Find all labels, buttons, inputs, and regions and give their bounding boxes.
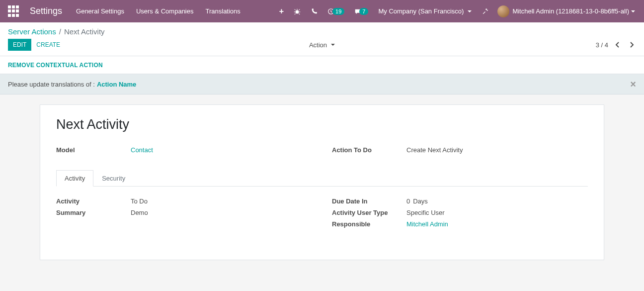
field-value-activity: To Do: [131, 197, 312, 205]
nav-link-general-settings[interactable]: General Settings: [72, 4, 128, 18]
due-date-number: 0: [406, 197, 410, 205]
remove-row: REMOVE CONTEXTUAL ACTION: [0, 56, 644, 74]
clock-badge: 19: [332, 8, 344, 15]
apps-icon[interactable]: [8, 5, 20, 17]
field-label-responsible: Responsible: [332, 220, 406, 228]
company-switcher[interactable]: My Company (San Francisco): [373, 7, 477, 15]
plus-icon[interactable]: +: [274, 7, 289, 15]
avatar: [497, 5, 509, 17]
field-value-summary: Demo: [131, 209, 312, 216]
field-row-model: Model Contact: [56, 144, 312, 156]
user-name: Mitchell Admin (1218681-13-0-8b6ff5-all): [512, 7, 629, 15]
field-label-user-type: Activity User Type: [332, 209, 406, 216]
nav-icons: + 19 7 My Company (San Francisco) Mitche…: [274, 5, 639, 17]
edit-button[interactable]: EDIT: [8, 39, 31, 51]
breadcrumb-separator: /: [59, 27, 61, 36]
field-label-action-to-do: Action To Do: [332, 146, 406, 154]
control-bar: Server Actions / Next Activity EDIT CREA…: [0, 22, 644, 56]
field-row-summary: Summary Demo: [56, 207, 312, 218]
app-brand: Settings: [30, 6, 62, 16]
tab-activity[interactable]: Activity: [56, 170, 93, 187]
record-title: Next Activity: [56, 117, 588, 132]
nav-link-translations[interactable]: Translations: [202, 4, 244, 18]
nav-links: General Settings Users & Companies Trans…: [72, 4, 244, 18]
chevron-down-icon: [631, 10, 635, 12]
pager-prev-button[interactable]: [613, 39, 622, 50]
top-nav: Settings General Settings Users & Compan…: [0, 0, 644, 22]
alert-link[interactable]: Action Name: [97, 81, 136, 88]
field-value-user-type: Specific User: [406, 209, 588, 216]
field-value-responsible[interactable]: Mitchell Admin: [406, 220, 588, 228]
field-row-action-to-do: Action To Do Create Next Activity: [332, 144, 588, 156]
due-date-unit: Days: [413, 197, 428, 205]
chevron-down-icon: [331, 44, 335, 46]
tab-col-right: Due Date In 0 Days Activity User Type Sp…: [332, 195, 588, 230]
breadcrumb-root[interactable]: Server Actions: [8, 27, 56, 36]
field-value-model[interactable]: Contact: [131, 146, 312, 154]
breadcrumb-current: Next Activity: [64, 27, 105, 36]
field-label-summary: Summary: [56, 209, 131, 216]
tab-security[interactable]: Security: [93, 170, 134, 187]
chevron-down-icon: [468, 10, 472, 12]
field-col-right: Action To Do Create Next Activity: [332, 144, 588, 156]
pager-text: 3 / 4: [596, 41, 608, 49]
field-row-due-date: Due Date In 0 Days: [332, 195, 588, 207]
chat-badge: 7: [359, 8, 368, 15]
sheet-wrap: Next Activity Model Contact Action To Do…: [0, 95, 644, 270]
phone-icon[interactable]: [306, 8, 322, 15]
actions-row: EDIT CREATE Action 3 / 4: [0, 39, 644, 56]
bug-icon[interactable]: [289, 8, 306, 15]
action-dropdown[interactable]: Action: [309, 41, 335, 49]
tab-content-activity: Activity To Do Summary Demo Due Date In …: [56, 195, 588, 230]
close-icon[interactable]: ×: [630, 79, 636, 89]
pager: 3 / 4: [596, 39, 636, 50]
field-value-action-to-do: Create Next Activity: [406, 146, 588, 154]
field-label-activity: Activity: [56, 197, 131, 205]
form-sheet: Next Activity Model Contact Action To Do…: [40, 104, 604, 260]
developer-tools-icon[interactable]: [477, 8, 493, 15]
action-dropdown-label: Action: [309, 41, 327, 49]
company-name: My Company (San Francisco): [378, 7, 464, 15]
chat-icon[interactable]: 7: [349, 8, 373, 15]
nav-link-users-companies[interactable]: Users & Companies: [132, 4, 198, 18]
remove-contextual-action-button[interactable]: REMOVE CONTEXTUAL ACTION: [8, 62, 103, 69]
user-menu[interactable]: Mitchell Admin (1218681-13-0-8b6ff5-all): [493, 5, 639, 17]
field-label-model: Model: [56, 146, 131, 154]
translation-alert: Please update translations of : Action N…: [0, 74, 644, 95]
field-row-activity: Activity To Do: [56, 195, 312, 207]
field-grid-top: Model Contact Action To Do Create Next A…: [56, 144, 588, 156]
create-button[interactable]: CREATE: [31, 39, 65, 51]
pager-next-button[interactable]: [627, 39, 636, 50]
tabs: Activity Security: [56, 170, 588, 187]
alert-text: Please update translations of :: [8, 81, 95, 88]
field-label-due-date: Due Date In: [332, 197, 406, 205]
field-row-responsible: Responsible Mitchell Admin: [332, 218, 588, 230]
field-col-left: Model Contact: [56, 144, 312, 156]
breadcrumb: Server Actions / Next Activity: [0, 22, 644, 39]
clock-icon[interactable]: 19: [322, 8, 349, 15]
tab-col-left: Activity To Do Summary Demo: [56, 195, 312, 230]
svg-point-0: [296, 10, 299, 13]
field-value-due-date: 0 Days: [406, 197, 588, 205]
field-row-user-type: Activity User Type Specific User: [332, 207, 588, 218]
